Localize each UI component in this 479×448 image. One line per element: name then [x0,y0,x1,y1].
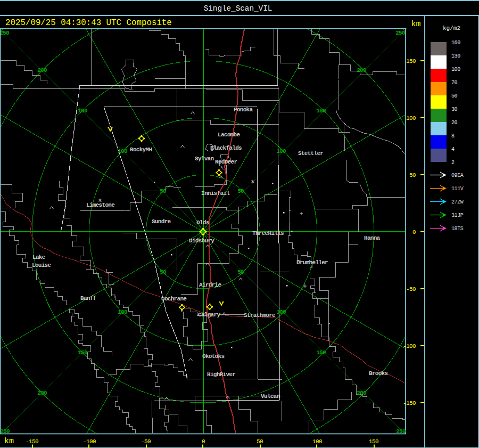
svg-text:km: km [411,20,421,29]
svg-text:111V: 111V [451,186,464,192]
svg-text:HighRiver: HighRiver [207,371,235,378]
svg-text:100: 100 [406,115,416,121]
svg-text:20: 20 [451,120,458,126]
svg-text:-150: -150 [403,400,416,406]
svg-text:Okotoks: Okotoks [202,353,224,360]
svg-text:Didsbury: Didsbury [189,238,214,244]
svg-text:150: 150 [316,349,326,356]
svg-text:150: 150 [369,438,378,445]
svg-text:18TS: 18TS [451,226,464,232]
svg-text:ThreeHills: ThreeHills [252,230,284,237]
svg-text:27ZW: 27ZW [451,199,464,205]
svg-text:100: 100 [118,148,127,154]
svg-text:200: 200 [37,390,47,396]
svg-text:160: 160 [451,40,460,46]
svg-text:150: 150 [406,58,416,64]
svg-text:2: 2 [451,160,455,166]
svg-text:30: 30 [451,107,458,112]
svg-text:Louise: Louise [32,262,52,268]
svg-text:200: 200 [357,67,366,74]
svg-text:50: 50 [237,269,244,275]
svg-text:250: 250 [395,30,405,36]
svg-text:km: km [4,437,14,446]
svg-text:Brooks: Brooks [369,370,388,377]
svg-text:-50: -50 [406,286,416,292]
svg-text:RedDeer: RedDeer [215,159,237,165]
svg-text:Limestone: Limestone [86,202,115,208]
svg-text:Calgary: Calgary [198,312,220,318]
svg-text:-100: -100 [403,343,416,349]
svg-text:0: 0 [412,229,416,235]
svg-text:50: 50 [160,269,166,275]
svg-text:kg/m2: kg/m2 [443,25,460,31]
svg-text:50: 50 [451,93,458,99]
svg-text:4: 4 [451,146,455,152]
svg-text:-100: -100 [83,438,96,445]
svg-text:150: 150 [316,108,326,114]
svg-text:150: 150 [78,108,87,114]
svg-text:Lake: Lake [32,254,46,260]
svg-text:Sylvan: Sylvan [195,156,214,162]
svg-text:Sundre: Sundre [152,218,171,225]
svg-text:100: 100 [118,309,127,315]
svg-text:31JP: 31JP [451,213,464,218]
svg-text:70: 70 [451,80,458,86]
svg-text:Lacombe: Lacombe [218,132,240,138]
svg-text:-150: -150 [26,438,38,445]
svg-text:Strathmore: Strathmore [244,312,276,319]
svg-text:Stettler: Stettler [298,150,323,157]
svg-text:200: 200 [37,67,47,74]
svg-text:Cochrane: Cochrane [161,296,187,302]
svg-text:8: 8 [451,133,455,139]
svg-text:Innisfail: Innisfail [201,190,230,197]
svg-text:2025/09/25 04:30:43 UTC Compos: 2025/09/25 04:30:43 UTC Composite [5,18,172,28]
svg-text:Ponoka: Ponoka [234,107,253,113]
svg-text:250: 250 [0,428,10,435]
svg-text:0: 0 [202,438,205,445]
svg-text:Banff: Banff [80,295,97,302]
svg-text:50: 50 [160,188,166,194]
svg-text:50: 50 [237,188,244,194]
svg-text:200: 200 [357,390,366,396]
svg-text:250: 250 [396,428,406,435]
svg-text:50: 50 [257,438,263,445]
svg-text:130: 130 [451,53,460,59]
svg-text:09EA: 09EA [451,173,464,178]
svg-text:150: 150 [78,349,87,356]
svg-text:Single_Scan_VIL: Single_Scan_VIL [204,4,272,13]
svg-text:250: 250 [0,30,9,36]
svg-text:Hanna: Hanna [364,235,381,241]
svg-text:50: 50 [409,172,416,178]
svg-text:Blackfalds: Blackfalds [210,145,242,151]
svg-text:-50: -50 [141,438,151,445]
svg-text:100: 100 [312,438,322,445]
svg-text:RockyMH: RockyMH [130,146,152,153]
svg-text:Airdrie: Airdrie [199,282,221,288]
svg-text:100: 100 [276,309,286,315]
svg-text:100: 100 [276,148,286,154]
svg-text:100: 100 [451,67,460,72]
svg-text:Olds: Olds [196,219,209,226]
svg-text:Drumheller: Drumheller [296,259,328,266]
svg-text:Vulcan: Vulcan [261,393,280,400]
